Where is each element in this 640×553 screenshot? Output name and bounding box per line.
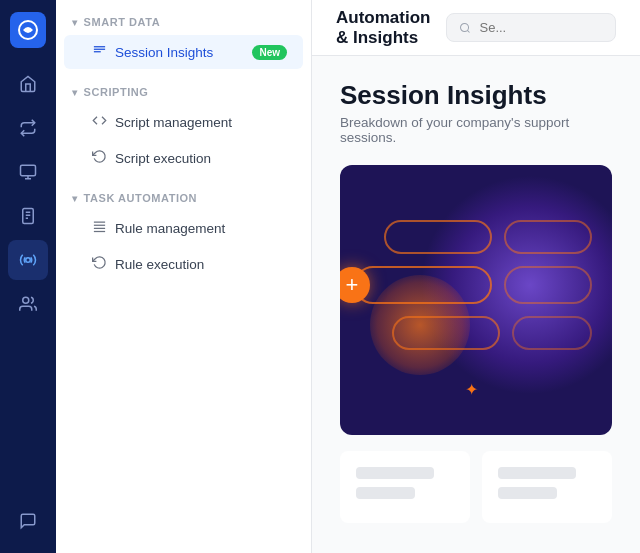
viz-card: + ✦: [340, 165, 612, 435]
sidebar: ▾ SMART DATA Session Insights New ▾ SCRI…: [56, 0, 312, 553]
viz-star: ✦: [465, 380, 478, 399]
topbar: Automation & Insights: [312, 0, 640, 56]
script-execution-icon: [92, 149, 107, 167]
section-header-smart-data[interactable]: ▾ SMART DATA: [56, 0, 311, 34]
script-management-icon: [92, 113, 107, 131]
svg-point-9: [23, 297, 29, 303]
app-logo[interactable]: [10, 12, 46, 48]
section-label-task-automation: TASK AUTOMATION: [84, 192, 198, 204]
content-title: Session Insights: [340, 80, 612, 111]
svg-line-18: [468, 30, 470, 32]
rule-management-label: Rule management: [115, 221, 225, 236]
chevron-task-automation: ▾: [72, 193, 78, 204]
rule-management-icon: [92, 219, 107, 237]
skeleton-card-1: [340, 451, 470, 523]
new-badge: New: [252, 45, 287, 60]
chevron-scripting: ▾: [72, 87, 78, 98]
viz-plus-button[interactable]: +: [340, 267, 370, 303]
sidebar-item-monitor[interactable]: [8, 152, 48, 192]
sidebar-item-script-execution[interactable]: Script execution: [64, 141, 303, 175]
skeleton-bar: [498, 487, 557, 499]
section-header-scripting[interactable]: ▾ SCRIPTING: [56, 70, 311, 104]
rule-execution-label: Rule execution: [115, 257, 204, 272]
skeleton-bar: [498, 467, 576, 479]
sidebar-item-automation[interactable]: [8, 240, 48, 280]
page-title: Automation & Insights: [336, 8, 430, 48]
sidebar-item-chat[interactable]: [8, 501, 48, 541]
sidebar-item-script-management[interactable]: Script management: [64, 105, 303, 139]
sidebar-item-clipboard[interactable]: [8, 196, 48, 236]
skeleton-bar: [356, 487, 415, 499]
chevron-smart-data: ▾: [72, 17, 78, 28]
sidebar-item-people[interactable]: [8, 284, 48, 324]
search-input[interactable]: [479, 20, 603, 35]
svg-rect-1: [21, 165, 36, 176]
script-management-label: Script management: [115, 115, 232, 130]
session-insights-icon: [92, 43, 107, 61]
skeleton-card-2: [482, 451, 612, 523]
search-bar[interactable]: [446, 13, 616, 42]
content-header: Session Insights Breakdown of your compa…: [340, 80, 612, 145]
section-label-scripting: SCRIPTING: [84, 86, 149, 98]
content-subtitle: Breakdown of your company's support sess…: [340, 115, 612, 145]
svg-point-8: [26, 258, 31, 263]
section-header-task-automation[interactable]: ▾ TASK AUTOMATION: [56, 176, 311, 210]
session-insights-label: Session Insights: [115, 45, 213, 60]
sidebar-item-rule-execution[interactable]: Rule execution: [64, 247, 303, 281]
sidebar-item-home[interactable]: [8, 64, 48, 104]
section-label-smart-data: SMART DATA: [84, 16, 161, 28]
script-execution-label: Script execution: [115, 151, 211, 166]
sidebar-item-rule-management[interactable]: Rule management: [64, 211, 303, 245]
svg-point-17: [461, 23, 469, 31]
content-area: Session Insights Breakdown of your compa…: [312, 56, 640, 553]
search-icon: [459, 21, 471, 35]
icon-bar: [0, 0, 56, 553]
rule-execution-icon: [92, 255, 107, 273]
sidebar-item-transfer[interactable]: [8, 108, 48, 148]
skeleton-bar: [356, 467, 434, 479]
sidebar-item-session-insights[interactable]: Session Insights New: [64, 35, 303, 69]
skeleton-row: [340, 451, 612, 523]
main-content: Automation & Insights Session Insights B…: [312, 0, 640, 553]
